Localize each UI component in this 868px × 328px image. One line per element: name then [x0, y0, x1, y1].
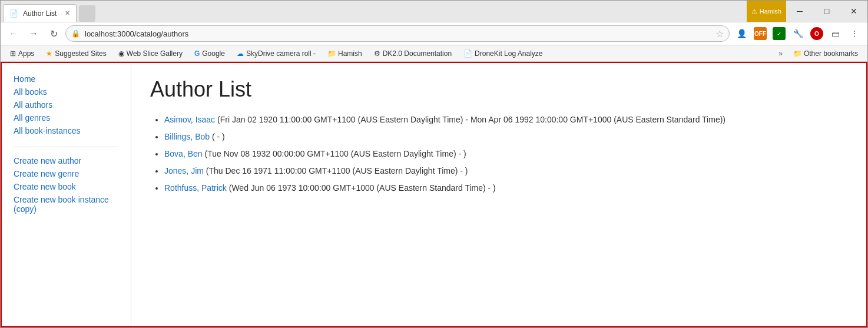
bookmark-skydrive[interactable]: ☁ SkyDrive camera roll -: [232, 48, 320, 59]
sidebar-item-all-books[interactable]: All books: [2, 85, 131, 98]
author-list: Asimov, Isaac (Fri Jan 02 1920 11:00:00 …: [150, 114, 847, 194]
active-tab[interactable]: 📄 Author List ✕: [3, 4, 77, 22]
page-title: Author List: [150, 77, 847, 102]
address-bar: ← → ↻ 🔒 ☆ 👤 OFF ✓ 🔧 O 🗃 ⋮: [1, 22, 867, 45]
toolbar-icons: 👤 OFF ✓ 🔧 O 🗃 ⋮: [733, 25, 863, 42]
other-bookmarks-folder[interactable]: 📁 Other bookmarks: [789, 48, 863, 59]
sidebar-create-author[interactable]: Create new author: [2, 154, 131, 167]
url-bar-wrap: 🔒 ☆: [65, 25, 730, 42]
author-link-bova[interactable]: Bova, Ben: [164, 149, 203, 158]
user-badge: ⚠ Hamish: [747, 1, 786, 22]
skydrive-icon: ☁: [237, 49, 244, 58]
list-item: Asimov, Isaac (Fri Jan 02 1920 11:00:00 …: [164, 114, 847, 126]
sidebar-create-book-instance[interactable]: Create new book instance (copy): [2, 193, 131, 216]
bookmark-skydrive-label: SkyDrive camera roll -: [246, 49, 316, 58]
tab-title: Author List: [23, 9, 57, 18]
author-link-billings[interactable]: Billings, Bob: [164, 132, 210, 141]
bookmark-google-label: Google: [202, 49, 225, 58]
warning-icon: ⚠: [751, 8, 757, 15]
bookmark-suggested-sites[interactable]: ★ Suggested Sites: [41, 48, 111, 59]
bookmark-apps-label: Apps: [18, 49, 34, 58]
author-dates-asimov: (Fri Jan 02 1920 11:00:00 GMT+1100 (AUS …: [217, 115, 725, 124]
refresh-button[interactable]: ↻: [45, 25, 62, 42]
author-link-jones[interactable]: Jones, Jim: [164, 166, 204, 175]
browser-window: 📄 Author List ✕ ⚠ Hamish ─ □ ✕ ← → ↻ 🔒 ☆…: [0, 0, 868, 328]
apps-grid-icon: ⊞: [10, 49, 16, 58]
google-icon: G: [194, 49, 200, 58]
bookmark-star-icon[interactable]: ☆: [715, 28, 724, 39]
author-link-asimov[interactable]: Asimov, Isaac: [164, 115, 215, 124]
dk2-icon: ⚙: [374, 49, 380, 58]
title-bar: 📄 Author List ✕ ⚠ Hamish ─ □ ✕: [1, 1, 867, 22]
extension-icon-3[interactable]: 🔧: [790, 25, 806, 42]
bookmark-dk2-docs[interactable]: ⚙ DK2.0 Documentation: [369, 48, 456, 59]
sidebar-item-all-book-instances[interactable]: All book-instances: [2, 124, 131, 137]
main-content: Author List Asimov, Isaac (Fri Jan 02 19…: [131, 63, 866, 326]
author-dates-bova: (Tue Nov 08 1932 00:00:00 GMT+1100 (AUS …: [205, 149, 466, 158]
extension-icon-2[interactable]: ✓: [771, 25, 787, 42]
dronekit-icon: 📄: [463, 49, 472, 58]
minimize-button[interactable]: ─: [786, 1, 813, 22]
sidebar-item-home[interactable]: Home: [2, 72, 131, 85]
list-item: Rothfuss, Patrick (Wed Jun 06 1973 10:00…: [164, 182, 847, 194]
bookmark-dronekit[interactable]: 📄 DroneKit Log Analyze: [459, 48, 547, 59]
other-bookmarks-folder-icon: 📁: [793, 49, 802, 58]
forward-button[interactable]: →: [25, 25, 42, 42]
sidebar-divider: [14, 147, 119, 147]
tab-close-button[interactable]: ✕: [65, 9, 70, 17]
other-bookmarks-label: Other bookmarks: [804, 49, 858, 58]
adblock-off-icon: OFF: [754, 27, 767, 40]
sidebar-item-all-authors[interactable]: All authors: [2, 98, 131, 111]
close-button[interactable]: ✕: [840, 1, 867, 22]
sidebar-create-genre[interactable]: Create new genre: [2, 167, 131, 180]
bookmark-apps[interactable]: ⊞ Apps: [5, 48, 39, 59]
checkmark-icon: ✓: [773, 27, 786, 40]
new-tab-button[interactable]: [79, 5, 95, 22]
lock-icon: 🔒: [71, 29, 80, 38]
sidebar-actions: Create new author Create new genre Creat…: [2, 154, 131, 216]
extension-icon-4[interactable]: O: [809, 25, 825, 42]
back-button[interactable]: ←: [5, 25, 22, 42]
list-item: Billings, Bob ( - ): [164, 131, 847, 143]
bookmark-dk2-label: DK2.0 Documentation: [383, 49, 452, 58]
bookmarks-overflow-button[interactable]: »: [775, 48, 786, 59]
suggested-sites-icon: ★: [46, 49, 52, 58]
bookmark-web-slice-gallery[interactable]: ◉ Web Slice Gallery: [114, 48, 187, 59]
bookmark-suggested-sites-label: Suggested Sites: [55, 49, 106, 58]
bookmark-web-slice-label: Web Slice Gallery: [127, 49, 183, 58]
bookmark-hamish-label: Hamish: [338, 49, 362, 58]
tab-page-icon: 📄: [9, 9, 18, 18]
author-dates-billings: ( - ): [212, 132, 225, 141]
bookmarks-bar: ⊞ Apps ★ Suggested Sites ◉ Web Slice Gal…: [1, 45, 867, 62]
url-input[interactable]: [65, 25, 730, 42]
author-dates-rothfuss: (Wed Jun 06 1973 10:00:00 GMT+1000 (AUS …: [229, 183, 496, 193]
sidebar: Home All books All authors All genres Al…: [2, 63, 131, 326]
opera-icon: O: [810, 27, 823, 40]
menu-button[interactable]: ⋮: [846, 25, 863, 42]
sidebar-nav: Home All books All authors All genres Al…: [2, 72, 131, 137]
extension-icon-5[interactable]: 🗃: [827, 25, 844, 42]
list-item: Jones, Jim (Thu Dec 16 1971 11:00:00 GMT…: [164, 165, 847, 177]
bookmark-google[interactable]: G Google: [190, 48, 230, 59]
maximize-button[interactable]: □: [813, 1, 840, 22]
window-controls: ⚠ Hamish ─ □ ✕: [747, 1, 867, 22]
list-item: Bova, Ben (Tue Nov 08 1932 00:00:00 GMT+…: [164, 148, 847, 160]
page-content: Home All books All authors All genres Al…: [1, 62, 867, 327]
tab-strip: 📄 Author List ✕: [1, 1, 747, 22]
sidebar-create-book[interactable]: Create new book: [2, 180, 131, 193]
profile-icon[interactable]: 👤: [733, 25, 750, 42]
author-dates-jones: (Thu Dec 16 1971 11:00:00 GMT+1100 (AUS …: [206, 166, 468, 175]
bookmark-hamish[interactable]: 📁 Hamish: [323, 48, 367, 59]
hamish-folder-icon: 📁: [327, 49, 336, 58]
username: Hamish: [760, 8, 781, 15]
sidebar-item-all-genres[interactable]: All genres: [2, 111, 131, 124]
bookmark-dronekit-label: DroneKit Log Analyze: [475, 49, 542, 58]
web-slice-icon: ◉: [118, 49, 124, 58]
author-link-rothfuss[interactable]: Rothfuss, Patrick: [164, 183, 227, 193]
extension-icon-1[interactable]: OFF: [752, 25, 768, 42]
